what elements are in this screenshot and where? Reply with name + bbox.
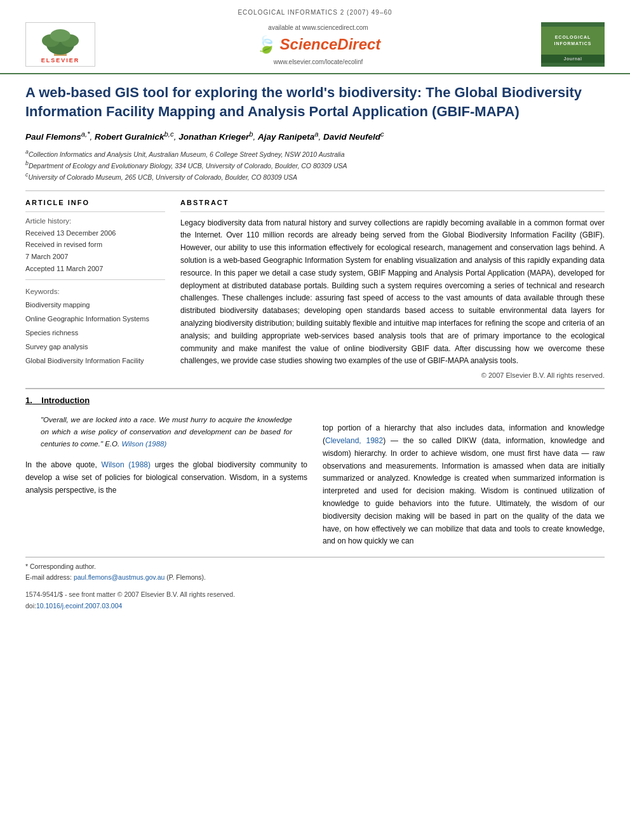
history-label: Article history:: [25, 217, 165, 225]
article-info-col: ARTICLE INFO Article history: Received 1…: [25, 199, 165, 380]
doi-prefix: doi:: [25, 602, 36, 610]
divider-heavy: [25, 388, 605, 389]
svg-point-4: [50, 29, 70, 42]
intro-para-2: top portion of a hierarchy that also inc…: [323, 422, 605, 548]
journal-line: ECOLOGICAL INFORMATICS 2 (2007) 49–60: [238, 9, 392, 16]
affiliation-c: University of Colorado Museum, 265 UCB, …: [28, 173, 297, 181]
sciencedirect-center: available at www.sciencedirect.com 🍃 Sci…: [95, 24, 541, 65]
abstract-heading: ABSTRACT: [180, 199, 605, 206]
email-label: E-mail address:: [25, 573, 72, 581]
doi-line: doi:10.1016/j.ecoinf.2007.03.004: [25, 601, 605, 612]
keywords-label: Keywords:: [25, 288, 165, 295]
intro-right-col: top portion of a hierarchy that also inc…: [323, 396, 605, 548]
corresponding-author: * Corresponding author.: [25, 561, 605, 572]
intro-para-1: In the above quote, Wilson (1988) urges …: [25, 459, 307, 497]
affiliations: aCollection Informatics and Analysis Uni…: [25, 148, 605, 183]
abstract-col: ABSTRACT Legacy biodiversity data from n…: [180, 199, 605, 380]
affiliation-a: Collection Informatics and Analysis Unit…: [29, 150, 345, 157]
intro-left-col: 1. Introduction "Overall, we are locked …: [25, 396, 307, 548]
eco-sub: Journal: [564, 57, 582, 61]
sciencedirect-brand: 🍃 ScienceDirect: [256, 35, 381, 55]
eco-label: ECOLOGICALINFORMATICS: [554, 34, 591, 47]
issn-line: 1574-9541/$ - see front matter © 2007 El…: [25, 589, 605, 601]
footnote-bottom: 1574-9541/$ - see front matter © 2007 El…: [25, 589, 605, 612]
elsevier-tree-icon: [35, 27, 86, 57]
col-divider-3: [180, 211, 605, 212]
doi-link[interactable]: 10.1016/j.ecoinf.2007.03.004: [36, 602, 122, 610]
keywords-section: Keywords: Biodiversity mapping Online Ge…: [25, 288, 165, 368]
abstract-text: Legacy biodiversity data from natural hi…: [180, 217, 605, 368]
keyword-5: Global Biodiversity Information Facility: [25, 354, 165, 368]
www-text: www.elsevier.com/locate/ecolinf: [274, 58, 363, 65]
accepted-date: Accepted 11 March 2007: [25, 263, 165, 275]
header-logos: ELSEVIER available at www.sciencedirect.…: [25, 18, 605, 73]
keyword-2: Online Geographic Information Systems: [25, 312, 165, 326]
authors-line: Paul Flemonsa,*, Robert Guralnickb,c, Jo…: [25, 130, 605, 142]
sd-leaves-icon: 🍃: [256, 35, 276, 55]
keyword-3: Species richness: [25, 326, 165, 340]
ecological-informatics-logo: ECOLOGICALINFORMATICS Journal: [541, 22, 605, 67]
intro-section-title: 1. Introduction: [25, 396, 307, 405]
article-info-heading: ARTICLE INFO: [25, 199, 165, 206]
elsevier-logo: ELSEVIER: [25, 22, 95, 67]
cleveland-link[interactable]: Cleveland, 1982: [325, 436, 383, 445]
footnote-area: * Corresponding author. E-mail address: …: [25, 557, 605, 583]
received-2-label: Received in revised form: [25, 239, 165, 251]
email-line: E-mail address: paul.flemons@austmus.gov…: [25, 572, 605, 583]
available-text: available at www.sciencedirect.com: [268, 24, 368, 31]
sciencedirect-label: ScienceDirect: [280, 36, 381, 53]
email-link[interactable]: paul.flemons@austmus.gov.au: [74, 573, 165, 581]
journal-header: ECOLOGICAL INFORMATICS 2 (2007) 49–60 EL…: [0, 0, 630, 74]
affiliation-b: Department of Ecology and Evolutionary B…: [29, 162, 347, 170]
keyword-4: Survey gap analysis: [25, 340, 165, 354]
main-content: A web-based GIS tool for exploring the w…: [0, 74, 630, 548]
journal-top-bar: ECOLOGICAL INFORMATICS 2 (2007) 49–60: [25, 5, 605, 18]
wilson-link-inline[interactable]: Wilson (1988): [102, 460, 151, 469]
elsevier-label: ELSEVIER: [41, 57, 80, 63]
section-number: 1.: [25, 396, 32, 405]
col-divider-1: [25, 211, 165, 212]
email-name: (P. Flemons).: [166, 573, 206, 581]
wilson-1988-link[interactable]: Wilson (1988): [121, 440, 166, 448]
page: ECOLOGICAL INFORMATICS 2 (2007) 49–60 EL…: [0, 0, 630, 840]
article-title: A web-based GIS tool for exploring the w…: [25, 83, 605, 121]
divider-1: [25, 190, 605, 191]
col-divider-2: [25, 279, 165, 280]
blockquote: "Overall, we are locked into a race. We …: [41, 414, 292, 450]
keyword-1: Biodiversity mapping: [25, 298, 165, 312]
copyright-line: © 2007 Elsevier B.V. All rights reserved…: [180, 371, 605, 379]
article-history: Article history: Received 13 December 20…: [25, 217, 165, 275]
section-title: Introduction: [41, 396, 90, 405]
received-2-date: 7 March 2007: [25, 251, 165, 263]
article-info-abstract: ARTICLE INFO Article history: Received 1…: [25, 199, 605, 380]
introduction-section: 1. Introduction "Overall, we are locked …: [25, 396, 605, 548]
received-1: Received 13 December 2006: [25, 227, 165, 239]
